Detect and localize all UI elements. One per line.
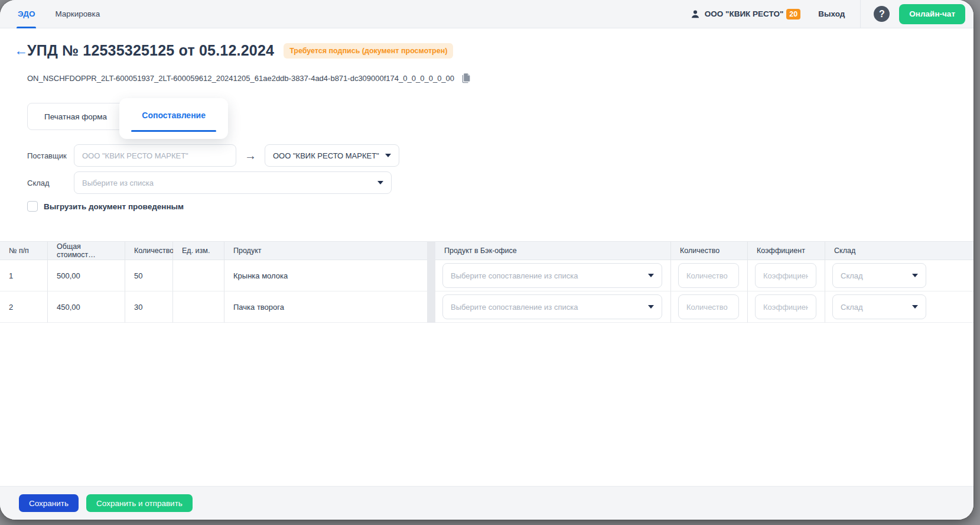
posted-checkbox-label: Выгрузить документ проведенным [44,202,184,211]
mapping-table: № п/п Общая стоимост… Количество Ед. изм… [0,241,974,323]
topbar-right: ООО "КВИК РЕСТО" 20 Выход ? Онлайн-чат [690,0,965,28]
tab-print-form[interactable]: Печатная форма [27,103,124,130]
status-badge: Требуется подпись (документ просмотрен) [284,43,453,59]
mapping-placeholder: Выберите сопоставление из списка [451,303,578,312]
app-window: ЭДО Маркировка ООО "КВИК РЕСТО" 20 Выход… [0,0,974,520]
row-coef-cell [748,291,825,323]
chevron-down-icon [912,305,918,309]
supplier-label: Поставщик [27,151,74,160]
warehouse-row-select[interactable]: Склад [832,294,926,319]
chevron-down-icon [912,274,918,277]
nav-tab-markirovka[interactable]: Маркировка [55,0,100,28]
row-qty: 30 [125,291,173,323]
row-unit [173,260,224,291]
row-unit [173,291,224,323]
coefficient-input[interactable] [755,294,816,319]
footer-bar: Сохранить Сохранить и отправить [0,486,974,520]
quantity-input[interactable] [678,294,739,319]
row-qty-cell [671,291,748,323]
col-header-coefficient: Коэффициент [748,241,825,260]
quantity-input[interactable] [678,263,739,288]
user-icon [690,9,701,20]
posted-checkbox-row: Выгрузить документ проведенным [27,201,974,212]
mapping-placeholder: Выберите сопоставление из списка [451,271,578,280]
col-header-product: Продукт [224,241,427,260]
mapping-arrow-icon: → [245,149,256,163]
col-header-warehouse: Склад [825,241,974,260]
warehouse-row-placeholder: Склад [841,271,863,280]
account-switcher[interactable]: ООО "КВИК РЕСТО" 20 [690,9,800,20]
col-header-num: № п/п [0,241,48,260]
row-product: Крынка молока [224,260,427,291]
col-header-backoffice-qty: Количество [671,241,748,260]
top-navbar: ЭДО Маркировка ООО "КВИК РЕСТО" 20 Выход… [0,0,974,28]
back-arrow-icon[interactable]: ← [14,44,27,57]
row-coef-cell [748,260,825,291]
chevron-down-icon [385,154,391,157]
row-qty-cell [671,260,748,291]
chevron-down-icon [377,181,383,184]
topbar-divider [860,0,861,28]
warehouse-placeholder: Выберите из списка [82,179,154,187]
row-mapping-cell: Выберите сопоставление из списка [435,260,671,291]
docid-row: ON_NSCHFDOPPR_2LT-600051937_2LT-60005961… [27,73,974,83]
nav-tab-edo[interactable]: ЭДО [18,0,35,28]
supplier-mapped-select[interactable]: ООО "КВИК РЕСТО МАРКЕТ" [265,144,399,167]
row-total: 450,00 [48,291,125,323]
row-mapping-cell: Выберите сопоставление из списка [435,291,671,323]
save-and-send-button[interactable]: Сохранить и отправить [86,494,193,512]
supplier-input[interactable]: ООО "КВИК РЕСТО МАРКЕТ" [74,144,236,167]
chevron-down-icon [648,274,654,277]
document-id: ON_NSCHFDOPPR_2LT-600051937_2LT-60005961… [27,74,454,83]
warehouse-row: Склад Выберите из списка [27,171,974,194]
account-badge: 20 [786,9,800,20]
warehouse-label: Склад [27,179,74,187]
row-warehouse-cell: Склад [825,291,974,323]
col-header-total: Общая стоимост… [48,241,125,260]
product-mapping-select[interactable]: Выберите сопоставление из списка [442,263,662,288]
coefficient-input[interactable] [755,263,816,288]
document-tabs: Печатная форма Сопоставление [27,98,974,140]
save-button[interactable]: Сохранить [19,494,79,512]
product-mapping-select[interactable]: Выберите сопоставление из списка [442,294,662,319]
chevron-down-icon [648,305,654,309]
online-chat-button[interactable]: Онлайн-чат [899,4,965,24]
col-header-qty: Количество [125,241,173,260]
row-num: 1 [0,260,48,291]
col-header-backoffice-product: Продукт в Бэк-офисе [435,241,671,260]
page-title: УПД № 12535325125 от 05.12.2024 [27,42,274,59]
help-icon[interactable]: ? [874,6,890,22]
row-product: Пачка творога [224,291,427,323]
mapping-form: Поставщик ООО "КВИК РЕСТО МАРКЕТ" → ООО … [27,144,974,194]
row-num: 2 [0,291,48,323]
warehouse-select[interactable]: Выберите из списка [74,171,392,194]
supplier-mapped-value: ООО "КВИК РЕСТО МАРКЕТ" [273,151,379,160]
warehouse-row-placeholder: Склад [841,303,863,312]
supplier-row: Поставщик ООО "КВИК РЕСТО МАРКЕТ" → ООО … [27,144,974,167]
posted-checkbox[interactable] [27,201,38,212]
logout-button[interactable]: Выход [818,9,845,18]
warehouse-row-select[interactable]: Склад [832,263,926,288]
table-gap [427,291,435,323]
tab-mapping[interactable]: Сопоставление [119,98,228,139]
supplier-source-value: ООО "КВИК РЕСТО МАРКЕТ" [82,151,188,160]
col-header-unit: Ед. изм. [173,241,224,260]
table-gap [427,241,435,260]
title-row: ← УПД № 12535325125 от 05.12.2024 Требуе… [14,42,974,59]
row-warehouse-cell: Склад [825,260,974,291]
table-gap [427,260,435,291]
copy-icon[interactable] [461,73,471,83]
row-qty: 50 [125,260,173,291]
account-name: ООО "КВИК РЕСТО" [705,9,784,18]
row-total: 500,00 [48,260,125,291]
